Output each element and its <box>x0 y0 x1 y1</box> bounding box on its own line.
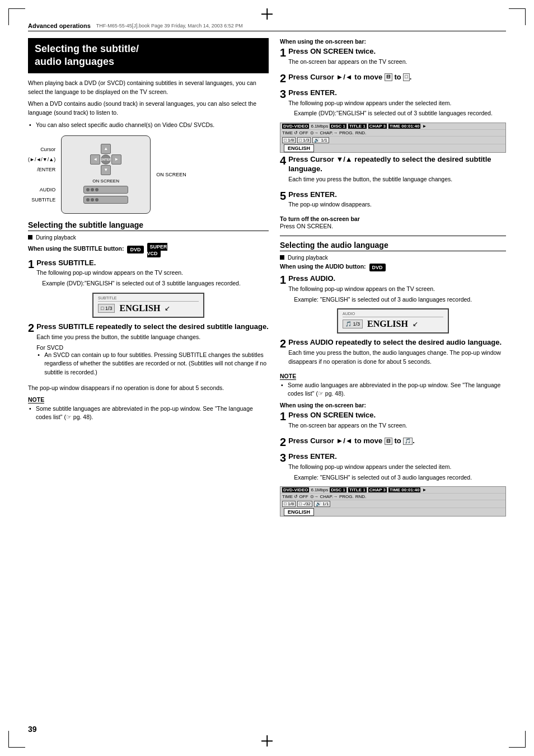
osd-audio-title: TITLE 1 <box>348 487 367 492</box>
dpad-right[interactable]: ► <box>111 154 121 165</box>
popup-top-text: SUBTITLE <box>98 296 116 300</box>
during-playback-left: During playback <box>28 234 269 241</box>
square-bullet-audio <box>280 255 284 260</box>
sub-os-step3-num: 3 <box>280 88 286 100</box>
subtitle-button-remote[interactable] <box>83 196 128 204</box>
osd-audio-sub-box: □ 1/8 <box>282 501 296 507</box>
sub-os-step3-example: Example (DVD):"ENGLISH" is selected out … <box>288 109 506 118</box>
sub-os-step3-content: Press ENTER. The following pop-up window… <box>288 88 506 118</box>
audio-popup-body: 🎵 1/3 ENGLISH ↙ <box>343 319 443 329</box>
popup-top-row: SUBTITLE <box>98 296 199 302</box>
when-subtitle-row: When using the SUBTITLE button: DVD SUPE… <box>28 243 269 256</box>
osd-audio-row1: DVD-VIDEO 6.1Mbps DISC 1 TITLE 1 CHAP 3 … <box>280 487 505 494</box>
note-title-left: NOTE <box>28 396 44 403</box>
title-line2: audio languages <box>35 56 114 67</box>
dpad-left[interactable]: ◄ <box>90 154 100 165</box>
when-onscreen-audio-label: When using the on-screen bar: <box>280 402 506 408</box>
audio-button-remote[interactable] <box>83 186 128 194</box>
dpad-down[interactable]: ▼ <box>101 165 111 175</box>
box-icon-inline: □ <box>403 73 409 81</box>
step1-desc: The following pop-up window appears on t… <box>36 269 269 278</box>
audio-popup-top: AUDIO <box>343 312 443 317</box>
turnoff-section: To turn off the on-screen bar Press ON S… <box>280 215 506 231</box>
sub-os-step2-content: Press Cursor ►/◄ to move ⊟ to □. <box>288 73 506 83</box>
audio-os-step2-content: Press Cursor ►/◄ to move ⊟ to 🎵. <box>288 436 506 447</box>
center-mark-bottom <box>261 735 273 748</box>
audio-dvd-badge: DVD <box>369 264 386 271</box>
osd-audio-box: 🔊 1/1 <box>312 137 329 143</box>
osd-audio-minus-box: □ -/32 <box>297 501 312 507</box>
step1-heading: Press SUBTITLE. <box>36 259 269 268</box>
audio-icon-inline: 🎵 <box>403 438 413 445</box>
sub-os-step3-desc: The following pop-up window appears unde… <box>288 99 506 108</box>
audio-popup-english: ENGLISH <box>367 319 408 329</box>
audio-os-step3-desc: The following pop-up window appears unde… <box>288 463 506 472</box>
audio-step1-heading: Press AUDIO. <box>288 274 506 284</box>
when-onscreen-subtitle-label: When using the on-screen bar: <box>280 38 506 45</box>
for-svcd-block: For SVCD An SVCD can contain up to four … <box>36 344 269 377</box>
during-playback-audio: During playback <box>280 255 506 261</box>
audio-step1-num: 1 <box>280 274 286 285</box>
audio-popup-top-text: AUDIO <box>343 312 355 316</box>
audio-step2-desc: Each time you press the button, the audi… <box>288 349 506 367</box>
popup-cursor-icon: ↙ <box>165 304 170 312</box>
audio-step1: 1 Press AUDIO. The following pop-up wind… <box>280 274 506 304</box>
cross-icon-top <box>261 8 273 20</box>
audio-os-step1: 1 Press ON SCREEN twice. The on-screen b… <box>280 411 506 432</box>
corner-mark-tr <box>509 8 526 25</box>
osd-bar-subtitle: DVD-VIDEO 6.1Mbps DISC 1 TITLE 1 CHAP 3 … <box>280 123 506 153</box>
header-area: Advanced operations THF-M65-55-45[J].boo… <box>28 22 506 31</box>
sub-os-step4-num: 4 <box>280 155 286 166</box>
audio-dots <box>86 188 99 191</box>
sub-os-step3-heading: Press ENTER. <box>288 88 506 98</box>
step1-content: Press SUBTITLE. The following pop-up win… <box>36 259 269 288</box>
osd-row3: □ 1/8 □ 1/3 🔊 1/1 <box>280 137 505 144</box>
osd-sub-box2: □ 1/3 <box>297 137 311 143</box>
intro-bullet1: You can also select specific audio chann… <box>28 121 269 130</box>
cross-icon-bottom <box>261 735 273 746</box>
osd-row1: DVD-VIDEO 6.1Mbps DISC 1 TITLE 1 CHAP 3 … <box>280 123 505 130</box>
audio-os-step2-heading: Press Cursor ►/◄ to move ⊟ to 🎵. <box>288 436 506 446</box>
step1-example: Example (DVD):"ENGLISH" is selected out … <box>36 279 269 288</box>
when-audio-row: When using the AUDIO button: DVD <box>280 263 506 272</box>
sub-os-step2-heading: Press Cursor ►/◄ to move ⊟ to □. <box>288 73 506 82</box>
sub-os-step4-content: Press Cursor ▼/▲ repeatedly to select th… <box>288 155 506 186</box>
sub-os-step3: 3 Press ENTER. The following pop-up wind… <box>280 88 506 118</box>
note-title-audio: NOTE <box>280 373 296 380</box>
dpad: ▲ ◄ ENTER ► ▼ <box>90 144 121 175</box>
osd-audio-chap: CHAP 3 <box>368 487 387 492</box>
step2-desc: Each time you press the button, the subt… <box>36 333 269 342</box>
square-bullet-icon <box>28 235 32 240</box>
sub-os-step1-num: 1 <box>280 47 286 58</box>
audio-step2-heading: Press AUDIO repeatedly to select the des… <box>288 338 506 348</box>
dpad-up[interactable]: ▲ <box>101 144 111 154</box>
osd-audio-spk-box: 🔊 1/1 <box>314 501 330 507</box>
subtitle-label: SUBTITLE <box>28 195 55 205</box>
subtitle-step1: 1 Press SUBTITLE. The following pop-up w… <box>28 259 269 288</box>
turnoff-desc: Press ON SCREEN. <box>280 222 506 231</box>
subtitle-icon-inline: ⊟ <box>385 73 392 81</box>
sub-os-step5: 5 Press ENTER. The pop-up window disappe… <box>280 190 506 212</box>
sub-os-step2: 2 Press Cursor ►/◄ to move ⊟ to □. <box>280 73 506 84</box>
when-subtitle-label: When using the SUBTITLE button: <box>28 245 124 252</box>
audio-os-step3-num: 3 <box>280 452 286 463</box>
audio-step1-example: Example: "ENGLISH" is selected out of 3 … <box>288 295 506 304</box>
audio-step2-content: Press AUDIO repeatedly to select the des… <box>288 338 506 368</box>
audio-os-step1-desc: The on-screen bar appears on the TV scre… <box>288 421 506 430</box>
corner-mark-bl <box>8 731 25 748</box>
dpad-enter[interactable]: ENTER <box>101 154 111 165</box>
section-label: Advanced operations <box>28 22 91 29</box>
section-divider <box>280 236 506 236</box>
right-column: When using the on-screen bar: 1 Press ON… <box>280 38 506 519</box>
osd-audio-time: TIME 00:01:40 <box>388 487 420 492</box>
audio-popup-cursor: ↙ <box>413 320 418 328</box>
audio-os-step1-num: 1 <box>280 411 286 422</box>
audio-label: AUDIO <box>28 185 55 195</box>
sub-os-step5-content: Press ENTER. The pop-up window disappear… <box>288 190 506 212</box>
audio-os-step3: 3 Press ENTER. The following pop-up wind… <box>280 452 506 482</box>
super-vcd-badge: SUPERVCD <box>147 243 167 257</box>
audio-os-step3-example: Example: "ENGLISH" is selected out of 3 … <box>288 473 506 482</box>
osd-audio-row3: □ 1/8 □ -/32 🔊 1/1 <box>280 500 505 508</box>
turnoff-label: To turn off the on-screen bar <box>280 215 506 222</box>
step2-content: Press SUBTITLE repeatedly to select the … <box>36 322 269 379</box>
